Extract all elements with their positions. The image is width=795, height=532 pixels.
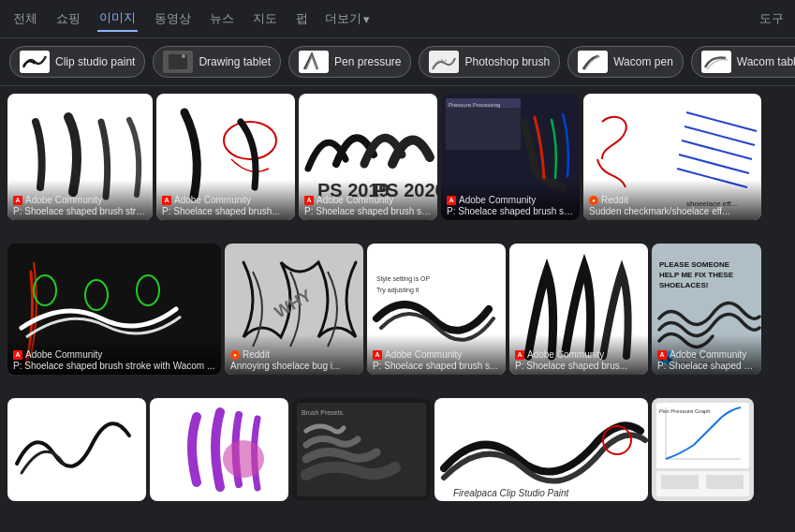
svg-text:Pen Pressure Graph: Pen Pressure Graph bbox=[659, 408, 711, 414]
img-info-1-4: A Adobe Community P: Shoelace shaped bru… bbox=[441, 180, 580, 220]
svg-rect-49 bbox=[297, 403, 426, 496]
svg-text:Firealpaca    Clip Studio Pain: Firealpaca Clip Studio Paint bbox=[453, 488, 570, 498]
svg-rect-6 bbox=[578, 51, 608, 73]
svg-text:Pressure Processing: Pressure Processing bbox=[449, 102, 500, 108]
img-title-2-3: P: Shoelace shaped brush s... bbox=[373, 361, 500, 371]
image-card-1-2[interactable]: A Adobe Community P: Shoelace shaped bru… bbox=[156, 94, 295, 220]
img-title-1-5: Sudden checkmark/shoelace eff... bbox=[589, 206, 756, 216]
image-card-2-1[interactable]: A Adobe Community P: Shoelace shaped bru… bbox=[7, 244, 221, 375]
svg-text:HELP ME FIX THESE: HELP ME FIX THESE bbox=[659, 271, 734, 279]
svg-text:PLEASE SOMEONE: PLEASE SOMEONE bbox=[659, 260, 730, 269]
svg-rect-60 bbox=[661, 475, 699, 489]
img-source-1-4: A Adobe Community bbox=[447, 195, 574, 205]
filter-chip-clip-studio[interactable]: Clip studio paint bbox=[9, 46, 145, 78]
chip-label-drawing-tablet: Drawing tablet bbox=[199, 55, 271, 68]
img-info-2-2: ● Reddit Annoying shoelace bug i... bbox=[225, 334, 363, 375]
img-info-1-2: A Adobe Community P: Shoelace shaped bru… bbox=[156, 180, 295, 220]
img-title-2-1: P: Shoelace shaped brush stroke with Wac… bbox=[13, 361, 215, 371]
image-card-3-1[interactable] bbox=[7, 398, 146, 501]
filter-chip-pen-pressure[interactable]: Pen pressure bbox=[288, 46, 411, 78]
nav-item-video[interactable]: 동영상 bbox=[153, 7, 193, 31]
chip-thumb-wacom-tablet bbox=[701, 51, 731, 73]
filter-bar: Clip studio paint Drawing tablet Pen pre… bbox=[0, 38, 795, 86]
image-grid: A Adobe Community P: Shoelace shaped bru… bbox=[0, 86, 795, 532]
chip-label-photoshop-brush: Photoshop brush bbox=[464, 55, 550, 68]
img-title-1-2: P: Shoelace shaped brush... bbox=[162, 206, 289, 216]
image-card-1-4[interactable]: Pressure Processing A Adobe Community P:… bbox=[441, 94, 580, 220]
filter-chip-wacom-pen[interactable]: Wacom pen bbox=[567, 46, 684, 78]
image-row-1: A Adobe Community P: Shoelace shaped bru… bbox=[7, 94, 788, 240]
svg-point-46 bbox=[223, 440, 264, 478]
svg-rect-61 bbox=[706, 475, 743, 489]
chip-thumb-wacom-pen bbox=[578, 51, 608, 73]
chip-label-wacom-pen: Wacom pen bbox=[613, 55, 673, 68]
adobe-icon: A bbox=[657, 350, 667, 360]
img-title-1-4: P: Shoelace shaped brush strok... bbox=[447, 206, 574, 216]
nav-item-images[interactable]: 이미지 bbox=[97, 6, 138, 32]
svg-text:Try adjusting it: Try adjusting it bbox=[376, 287, 419, 294]
chip-thumb-pen-pressure bbox=[299, 51, 329, 73]
img-info-2-3: A Adobe Community P: Shoelace shaped bru… bbox=[367, 334, 506, 375]
image-row-2: A Adobe Community P: Shoelace shaped bru… bbox=[7, 244, 788, 394]
svg-rect-44 bbox=[7, 398, 146, 501]
chip-label-pen-pressure: Pen pressure bbox=[334, 55, 401, 68]
image-card-1-5[interactable]: shoeelace eff... ● Reddit Sudden checkma… bbox=[583, 94, 761, 220]
img-source-1-5: ● Reddit bbox=[589, 195, 756, 205]
svg-text:Brush Presets: Brush Presets bbox=[302, 409, 343, 416]
adobe-icon: A bbox=[13, 196, 22, 205]
adobe-icon: A bbox=[162, 196, 171, 205]
chip-label-clip-studio: Clip studio paint bbox=[55, 55, 135, 68]
adobe-icon: A bbox=[515, 350, 524, 360]
filter-chip-wacom-tablet[interactable]: Wacom tablet bbox=[691, 46, 795, 78]
img-title-2-4: P: Shoelace shaped brus... bbox=[515, 361, 642, 371]
img-title-1-1: P: Shoelace shaped brush stroke ... bbox=[13, 206, 147, 216]
chip-thumb-photoshop-brush bbox=[429, 51, 459, 73]
img-info-1-1: A Adobe Community P: Shoelace shaped bru… bbox=[7, 180, 153, 220]
img-source-2-5: A Adobe Community bbox=[657, 349, 756, 360]
image-card-3-4[interactable]: Firealpaca Clip Studio Paint bbox=[434, 398, 648, 501]
filter-chip-drawing-tablet[interactable]: Drawing tablet bbox=[153, 46, 281, 78]
svg-text:SHOELACES!: SHOELACES! bbox=[659, 281, 708, 289]
top-navigation: 전체 쇼핑 이미지 동영상 뉴스 지도 펍 더보기 ▾ 도구 bbox=[0, 0, 795, 38]
image-card-1-3[interactable]: PS 2019 PS 2020 A Adobe Community P: Sho… bbox=[299, 94, 437, 220]
img-source-2-3: A Adobe Community bbox=[373, 349, 500, 360]
chip-thumb-clip-studio bbox=[20, 51, 50, 73]
img-info-1-3: A Adobe Community P: Shoelace shaped bru… bbox=[299, 180, 437, 220]
image-card-2-3[interactable]: Style setting is OP Try adjusting it A A… bbox=[367, 244, 506, 375]
img-source-2-1: A Adobe Community bbox=[13, 349, 215, 360]
nav-item-news[interactable]: 뉴스 bbox=[208, 7, 236, 31]
adobe-icon: A bbox=[304, 196, 314, 205]
img-info-2-4: A Adobe Community P: Shoelace shaped bru… bbox=[509, 334, 648, 375]
image-card-2-4[interactable]: A Adobe Community P: Shoelace shaped bru… bbox=[509, 244, 648, 375]
image-row-3: Brush Presets Firealpaca Clip Studio Pai… bbox=[7, 398, 788, 521]
img-title-1-3: P: Shoelace shaped brush stroke wit... bbox=[304, 206, 432, 216]
nav-item-pub[interactable]: 펍 bbox=[294, 7, 310, 31]
nav-item-maps[interactable]: 지도 bbox=[251, 7, 279, 31]
img-title-2-5: P: Shoelace shaped brush stroke wit... bbox=[657, 361, 756, 371]
nav-tools[interactable]: 도구 bbox=[759, 10, 784, 27]
reddit-icon: ● bbox=[589, 196, 598, 205]
nav-item-shopping[interactable]: 쇼핑 bbox=[54, 7, 82, 31]
image-card-3-3[interactable]: Brush Presets bbox=[292, 398, 431, 501]
image-card-3-2[interactable] bbox=[150, 398, 288, 501]
image-card-1-1[interactable]: A Adobe Community P: Shoelace shaped bru… bbox=[7, 94, 153, 220]
nav-item-all[interactable]: 전체 bbox=[11, 7, 39, 31]
svg-point-3 bbox=[182, 54, 185, 58]
img-title-2-2: Annoying shoelace bug i... bbox=[230, 361, 358, 371]
img-source-1-3: A Adobe Community bbox=[304, 195, 432, 205]
img-source-1-1: A Adobe Community bbox=[13, 195, 147, 205]
img-source-2-4: A Adobe Community bbox=[515, 349, 642, 360]
img-source-1-2: A Adobe Community bbox=[162, 195, 289, 205]
nav-item-more[interactable]: 더보기 ▾ bbox=[325, 10, 370, 27]
image-card-3-5[interactable]: Pen Pressure Graph bbox=[652, 398, 754, 501]
image-card-2-2[interactable]: WHY ● Reddit Annoying shoelace bug i... bbox=[225, 244, 363, 375]
filter-chip-photoshop-brush[interactable]: Photoshop brush bbox=[419, 46, 560, 78]
adobe-icon: A bbox=[373, 350, 382, 360]
chip-thumb-drawing-tablet bbox=[163, 51, 193, 73]
svg-text:Style setting is OP: Style setting is OP bbox=[376, 275, 431, 283]
image-card-2-5[interactable]: PLEASE SOMEONE HELP ME FIX THESE SHOELAC… bbox=[652, 244, 761, 375]
img-info-2-1: A Adobe Community P: Shoelace shaped bru… bbox=[7, 334, 221, 375]
reddit-icon: ● bbox=[230, 350, 240, 360]
adobe-icon: A bbox=[447, 196, 456, 205]
chip-label-wacom-tablet: Wacom tablet bbox=[737, 55, 795, 68]
